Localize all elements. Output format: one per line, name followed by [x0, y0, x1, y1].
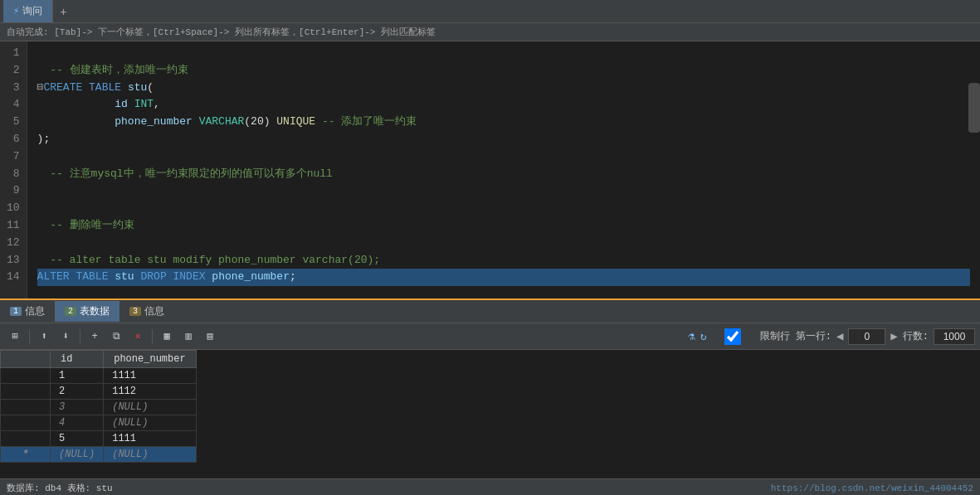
- bottom-panel: 1 信息 2 表数据 3 信息 ⊞ ⬆ ⬇ + ⧉ ✕ ▦ ▥ ▤ ⚗ ↻ 限制…: [0, 298, 980, 478]
- data-table: id phone_number 1 1111 2 1112 3: [0, 350, 197, 463]
- tab-info1[interactable]: 1 信息: [0, 301, 55, 322]
- data-toolbar: ⊞ ⬆ ⬇ + ⧉ ✕ ▦ ▥ ▤ ⚗ ↻ 限制行 第一行: ◀ ▶ 行数:: [0, 323, 980, 350]
- sep1: [29, 329, 30, 344]
- col-marker: [1, 351, 51, 368]
- rows-input[interactable]: [934, 328, 975, 345]
- status-left: 数据库: db4 表格: stu: [7, 482, 113, 494]
- table-row[interactable]: 5 1111: [1, 431, 197, 447]
- refresh-button[interactable]: ↻: [700, 330, 707, 343]
- code-editor[interactable]: -- 创建表时，添加唯一约束⊟CREATE TABLE stu( id INT,…: [27, 41, 980, 298]
- editor-area: 1 2 3 4 5 6 7 8 9 10 11 12 13 14 -- 创建表时…: [0, 41, 980, 298]
- toolbar-right: ⚗ ↻ 限制行 第一行: ◀ ▶ 行数:: [688, 328, 975, 345]
- table-view2-button[interactable]: ▥: [178, 328, 198, 346]
- grid-view-button[interactable]: ⊞: [5, 328, 25, 346]
- table-row[interactable]: 2 1112: [1, 384, 197, 400]
- rows-label: 行数:: [903, 329, 929, 343]
- table-row[interactable]: 3 (NULL): [1, 400, 197, 415]
- table-row[interactable]: 4 (NULL): [1, 415, 197, 431]
- import-button[interactable]: ⬇: [56, 328, 76, 346]
- delete-row-button[interactable]: ✕: [128, 328, 148, 346]
- export-button[interactable]: ⬆: [34, 328, 54, 346]
- tab-icon: ⚡: [13, 5, 19, 17]
- add-tab-button[interactable]: +: [53, 2, 73, 22]
- add-row-button[interactable]: +: [85, 328, 105, 346]
- first-row-prev-button[interactable]: ◀: [836, 329, 843, 343]
- line-numbers: 1 2 3 4 5 6 7 8 9 10 11 12 13 14: [0, 41, 27, 298]
- sep2: [80, 329, 80, 344]
- query-tab[interactable]: ⚡ 询问: [3, 0, 53, 22]
- limit-checkbox[interactable]: [712, 328, 753, 345]
- scrollbar[interactable]: [968, 83, 980, 133]
- copy-row-button[interactable]: ⧉: [106, 328, 126, 346]
- hint-bar: 自动完成: [Tab]-> 下一个标签，[Ctrl+Space]-> 列出所有标…: [0, 23, 980, 41]
- table-row-new[interactable]: * (NULL) (NULL): [1, 447, 197, 463]
- tab-info3[interactable]: 3 信息: [119, 301, 174, 322]
- filter-icon[interactable]: ⚗: [688, 329, 695, 343]
- status-right: https://blog.csdn.net/weixin_44004452: [771, 483, 973, 493]
- table-view1-button[interactable]: ▦: [157, 328, 177, 346]
- table-row[interactable]: 1 1111: [1, 368, 197, 384]
- first-row-next-button[interactable]: ▶: [890, 329, 897, 343]
- data-table-wrapper: id phone_number 1 1111 2 1112 3: [0, 350, 980, 478]
- col-phone-number[interactable]: phone_number: [104, 351, 196, 368]
- tab-tabledata[interactable]: 2 表数据: [55, 301, 119, 322]
- tab-bar: ⚡ 询问 +: [0, 0, 980, 23]
- col-id[interactable]: id: [51, 351, 104, 368]
- table-view3-button[interactable]: ▤: [200, 328, 220, 346]
- first-row-input[interactable]: [848, 328, 885, 345]
- bottom-tabs: 1 信息 2 表数据 3 信息: [0, 300, 980, 323]
- status-bar: 数据库: db4 表格: stu https://blog.csdn.net/w…: [0, 478, 980, 495]
- sep3: [152, 329, 153, 344]
- tab-label: 询问: [22, 4, 42, 18]
- limit-label: 限制行 第一行:: [760, 329, 831, 343]
